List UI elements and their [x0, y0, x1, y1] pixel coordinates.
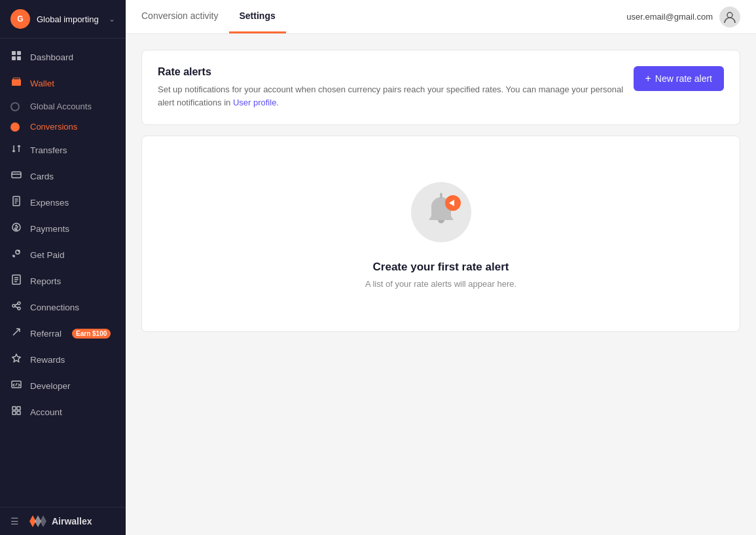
get-paid-icon — [10, 248, 22, 261]
svg-rect-2 — [12, 56, 16, 60]
sidebar-item-label-conversions: Conversions — [30, 122, 77, 132]
main-content: Conversion activity Settings user.email@… — [126, 0, 756, 535]
tabs: Conversion activity Settings — [141, 0, 286, 33]
rate-alerts-header: Rate alerts Set up notifications for you… — [142, 50, 740, 124]
transfers-icon — [10, 143, 22, 157]
sidebar-item-developer[interactable]: Developer — [0, 373, 126, 399]
new-rate-alert-button[interactable]: + New rate alert — [634, 66, 725, 91]
airwallex-logo: Airwallex — [29, 515, 92, 527]
menu-icon[interactable]: ☰ — [10, 516, 19, 526]
dashboard-icon — [10, 50, 22, 64]
svg-rect-27 — [17, 411, 20, 415]
svg-point-18 — [12, 304, 15, 307]
sidebar-item-get-paid[interactable]: Get Paid — [0, 242, 126, 268]
plus-icon: + — [645, 73, 651, 84]
empty-state-card: Create your first rate alert A list of y… — [141, 136, 740, 332]
sidebar-item-label-wallet: Wallet — [30, 79, 54, 88]
svg-point-20 — [18, 307, 20, 310]
rate-alerts-description: Set up notifications for your account wh… — [158, 83, 634, 109]
referral-icon — [10, 327, 22, 340]
svg-rect-24 — [12, 407, 16, 410]
sidebar-item-payments[interactable]: Payments — [0, 215, 126, 242]
sidebar-item-label-rewards: Rewards — [30, 355, 65, 365]
rate-alerts-title: Rate alerts — [158, 66, 634, 78]
user-avatar[interactable] — [719, 7, 740, 28]
connections-icon — [10, 301, 22, 314]
svg-rect-1 — [17, 51, 21, 55]
svg-line-21 — [15, 304, 18, 305]
sidebar-nav: Dashboard Wallet Global Accounts Convers… — [0, 39, 126, 507]
payments-icon — [10, 222, 22, 235]
sidebar-item-dashboard[interactable]: Dashboard — [0, 44, 126, 70]
svg-line-22 — [15, 306, 18, 308]
reports-icon — [10, 274, 22, 287]
svg-point-13 — [16, 250, 20, 254]
company-name: Global importing — [37, 14, 102, 24]
sidebar-item-expenses[interactable]: Expenses — [0, 189, 126, 215]
sidebar-item-label-account: Account — [30, 407, 62, 417]
svg-point-28 — [727, 12, 732, 18]
top-header: Conversion activity Settings user.email@… — [126, 0, 756, 34]
sidebar-item-connections[interactable]: Connections — [0, 294, 126, 320]
referral-badge: Earn $100 — [72, 329, 111, 339]
tab-settings[interactable]: Settings — [229, 0, 286, 33]
svg-rect-3 — [17, 56, 21, 60]
svg-point-19 — [18, 302, 20, 304]
company-switcher[interactable]: G Global importing ⌄ — [0, 0, 126, 39]
user-profile-link[interactable]: User profile. — [233, 98, 279, 107]
bell-illustration — [408, 179, 474, 245]
rate-alerts-card: Rate alerts Set up notifications for you… — [141, 50, 740, 125]
sidebar-item-label-get-paid: Get Paid — [30, 250, 65, 260]
account-icon — [10, 405, 22, 418]
sidebar-item-label-referral: Referral — [30, 329, 62, 339]
sidebar-item-wallet[interactable]: Wallet — [0, 70, 126, 96]
sidebar-item-referral[interactable]: Referral Earn $100 — [0, 320, 126, 346]
chevron-down-icon: ⌄ — [109, 14, 115, 24]
sidebar-item-transfers[interactable]: Transfers — [0, 137, 126, 163]
sidebar-item-label-expenses: Expenses — [30, 198, 69, 208]
cards-icon — [10, 170, 22, 183]
svg-rect-25 — [17, 407, 20, 410]
empty-state-description: A list of your rate alerts will appear h… — [365, 279, 516, 289]
svg-point-5 — [18, 82, 20, 84]
sidebar-item-label-cards: Cards — [30, 172, 54, 181]
content-area: Rate alerts Set up notifications for you… — [126, 34, 756, 535]
svg-rect-0 — [12, 51, 16, 55]
sidebar-footer: ☰ Airwallex — [0, 507, 126, 535]
svg-rect-26 — [12, 411, 16, 415]
developer-icon — [10, 379, 22, 392]
sidebar-item-label-global-accounts: Global Accounts — [30, 101, 92, 111]
sidebar-item-label-dashboard: Dashboard — [30, 52, 73, 62]
wallet-icon — [10, 77, 22, 90]
rate-alerts-info: Rate alerts Set up notifications for you… — [158, 66, 634, 109]
svg-rect-6 — [12, 172, 21, 178]
sidebar-item-account[interactable]: Account — [0, 399, 126, 425]
sidebar-item-rewards[interactable]: Rewards — [0, 346, 126, 373]
sidebar-item-cards[interactable]: Cards — [0, 163, 126, 189]
rewards-icon — [10, 353, 22, 366]
sidebar-item-conversions[interactable]: Conversions — [0, 117, 126, 137]
sidebar: G Global importing ⌄ Dashboard Wallet Gl… — [0, 0, 126, 535]
expenses-icon — [10, 196, 22, 209]
sidebar-item-label-payments: Payments — [30, 224, 69, 234]
sidebar-item-reports[interactable]: Reports — [0, 268, 126, 294]
sidebar-item-global-accounts[interactable]: Global Accounts — [0, 96, 126, 117]
company-avatar: G — [10, 9, 30, 29]
user-info: user.email@gmail.com — [626, 7, 740, 28]
sidebar-item-label-developer: Developer — [30, 381, 71, 391]
user-email: user.email@gmail.com — [626, 12, 713, 22]
sidebar-item-label-connections: Connections — [30, 303, 79, 312]
logo-text: Airwallex — [52, 516, 92, 526]
sidebar-item-label-transfers: Transfers — [30, 145, 67, 155]
empty-state-title: Create your first rate alert — [373, 261, 509, 274]
sidebar-item-label-reports: Reports — [30, 276, 61, 286]
new-alert-btn-label: New rate alert — [655, 73, 712, 84]
tab-conversion-activity[interactable]: Conversion activity — [141, 0, 229, 33]
